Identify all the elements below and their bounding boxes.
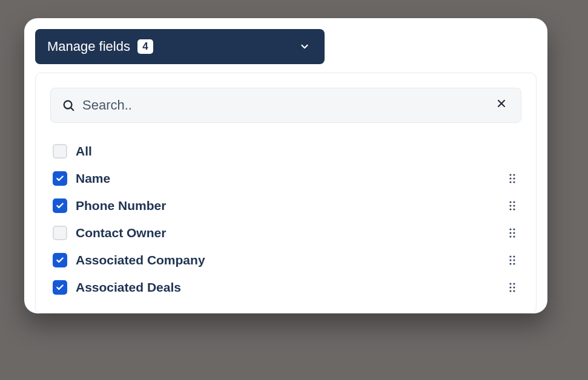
svg-point-32 <box>509 290 511 292</box>
svg-point-17 <box>513 228 515 230</box>
svg-point-13 <box>513 205 515 206</box>
field-label: Name <box>76 171 506 186</box>
svg-point-20 <box>509 235 511 237</box>
svg-point-27 <box>513 263 515 264</box>
svg-point-23 <box>513 255 515 257</box>
search-input[interactable] <box>82 97 493 113</box>
field-row: Name <box>50 165 521 192</box>
search-container <box>50 88 521 123</box>
field-label: Contact Owner <box>76 226 506 240</box>
close-icon <box>495 97 507 113</box>
svg-point-15 <box>513 208 515 210</box>
chevron-down-icon <box>299 41 310 52</box>
checkbox-phone[interactable] <box>53 198 67 213</box>
field-row: Phone Number <box>50 192 521 219</box>
svg-point-4 <box>509 174 511 175</box>
drag-handle-icon[interactable] <box>506 280 519 295</box>
svg-point-22 <box>509 255 511 257</box>
checkbox-deals[interactable] <box>53 280 67 295</box>
svg-point-7 <box>513 177 515 179</box>
manage-fields-label: Manage fields <box>47 39 130 54</box>
svg-point-28 <box>509 283 511 284</box>
svg-point-8 <box>509 181 511 183</box>
svg-point-21 <box>513 235 515 237</box>
checkbox-name[interactable] <box>53 171 67 186</box>
svg-line-1 <box>71 108 73 110</box>
field-label-all: All <box>76 144 519 159</box>
svg-point-14 <box>509 208 511 210</box>
svg-point-10 <box>509 201 511 203</box>
svg-point-30 <box>509 286 511 288</box>
svg-point-5 <box>513 174 515 175</box>
field-label: Associated Company <box>76 253 506 267</box>
svg-point-18 <box>509 232 511 234</box>
svg-point-24 <box>509 259 511 261</box>
fields-count-badge: 4 <box>137 39 153 54</box>
svg-point-25 <box>513 259 515 261</box>
svg-point-9 <box>513 181 515 183</box>
drag-handle-icon[interactable] <box>506 198 519 214</box>
drag-handle-icon[interactable] <box>506 225 519 241</box>
manage-fields-toggle[interactable]: Manage fields 4 <box>35 29 325 64</box>
svg-point-31 <box>513 286 515 288</box>
drag-handle-icon[interactable] <box>506 171 519 186</box>
field-row: Contact Owner <box>50 219 521 246</box>
svg-point-33 <box>513 290 515 292</box>
field-row: Associated Deals <box>50 274 521 301</box>
fields-panel: All Name Phone Number <box>35 73 537 313</box>
field-row-all: All <box>50 137 521 165</box>
svg-point-19 <box>513 232 515 234</box>
svg-point-12 <box>509 205 511 206</box>
svg-point-6 <box>509 177 511 179</box>
manage-fields-card: Manage fields 4 All <box>24 18 547 313</box>
checkbox-owner[interactable] <box>53 226 67 240</box>
clear-search-button[interactable] <box>493 95 510 116</box>
checkbox-company[interactable] <box>53 253 67 267</box>
field-label: Associated Deals <box>76 280 506 295</box>
svg-point-16 <box>509 228 511 230</box>
svg-point-11 <box>513 201 515 203</box>
checkbox-all[interactable] <box>53 144 67 159</box>
field-row: Associated Company <box>50 246 521 274</box>
drag-handle-icon[interactable] <box>506 252 519 268</box>
field-label: Phone Number <box>76 198 506 213</box>
field-list: All Name Phone Number <box>50 137 521 301</box>
svg-point-29 <box>513 283 515 284</box>
search-icon <box>62 99 75 112</box>
svg-point-26 <box>509 263 511 264</box>
